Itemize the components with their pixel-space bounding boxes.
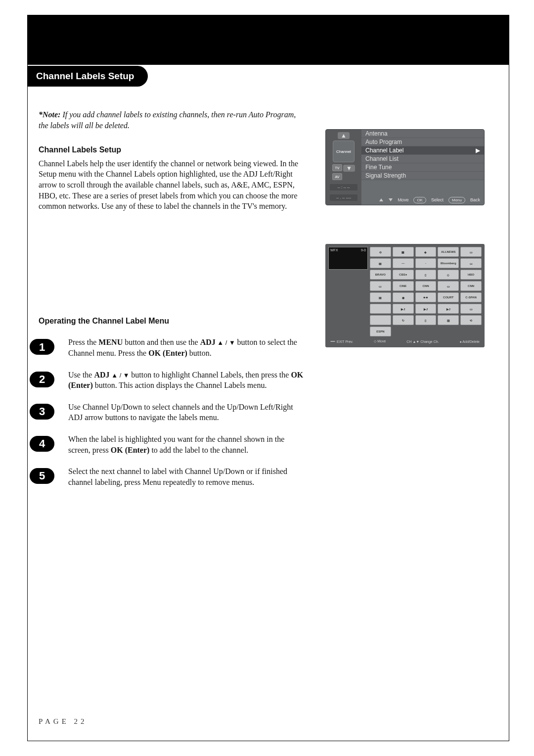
up-triangle-icon: [379, 198, 383, 201]
osd-row-label: Signal Strength: [365, 172, 406, 179]
step-chip: 3: [30, 404, 54, 420]
t: ADJ: [94, 371, 109, 379]
logo-cell: ▤: [370, 258, 391, 268]
osd-menu-screenshot: ▲ Channel TV ▼ AV -- : -- -- -: [325, 129, 485, 205]
logo-cell: ·: [415, 258, 437, 268]
osd-status-time: -- : -- --: [330, 184, 357, 190]
t: OK (Enter): [148, 349, 187, 357]
logo-cell: ⟲: [460, 315, 482, 325]
osd-left-panel: ▲ Channel TV ▼ AV -- : -- -- -: [326, 130, 361, 205]
channel-category-icon: Channel: [333, 141, 355, 162]
logo-cell: COURT: [438, 292, 459, 302]
logo-cell: CINE: [393, 281, 414, 291]
grid-footer-hints: EXIT Prev. ◇ Move CH ▲▼ Change Ch. ● Add…: [328, 338, 482, 344]
step-chip: 2: [30, 372, 54, 387]
logo-cell: Bloomberg: [438, 258, 459, 268]
osd-status-date: -- . -- ----: [330, 194, 357, 201]
step-chip: 1: [30, 339, 54, 355]
step-2: 2 Use the ADJ ▲ / ▼ button to highlight …: [39, 370, 306, 391]
logo-cell: ▦: [393, 247, 414, 257]
preview-right-text: 9-0: [361, 248, 366, 252]
step-text: Use the ADJ ▲ / ▼ button to highlight Ch…: [68, 370, 306, 391]
t: OK (Enter): [111, 446, 150, 454]
logo-cell: [370, 304, 391, 314]
left-column: *Note: If you add channel labels to exis…: [39, 109, 306, 498]
logo-cell: ▭: [460, 258, 482, 268]
step-text: Select the next channel to label with Ch…: [68, 466, 306, 487]
osd-row-label: Channel Label: [365, 147, 403, 154]
osd-row-channel-label: Channel Label▶: [361, 146, 484, 155]
osd-row-signal-strength: Signal Strength: [361, 172, 484, 180]
hint-select: Select: [431, 197, 444, 202]
step-text: Press the MENU button and then use the A…: [68, 337, 306, 358]
osd-row-label: Channel List: [365, 155, 399, 162]
hint-add-delete: ● Add/Delete: [460, 339, 480, 343]
osd-row-label: Fine Tune: [365, 164, 392, 171]
logo-cell: ▭: [370, 281, 391, 291]
logo-cell: ◉: [393, 292, 414, 302]
step-text: When the label is highlighted you want f…: [68, 434, 306, 455]
section-heading: Channel Labels Setup: [39, 144, 306, 155]
t: button.: [187, 349, 212, 357]
page-title-pill: Channel Labels Setup: [27, 66, 148, 87]
step-chip: 5: [30, 468, 54, 484]
manual-page: Channel Labels Setup *Note: If you add c…: [27, 15, 509, 741]
logo-grid: ⊖▦◈ALLNEWS▭▤—·Bloomberg▭BRAVOCBS●▯◇HBO▭C…: [370, 247, 482, 336]
logo-cell: ▶J: [438, 304, 459, 314]
logo-cell: ◇: [438, 270, 459, 280]
logo-cell: ▭: [438, 281, 459, 291]
hint-ok: OK: [413, 197, 426, 203]
operating-heading: Operating the Channel Label Menu: [39, 316, 306, 327]
osd-row-label: Auto Program: [365, 139, 402, 145]
channel-label-grid-screenshot: WFX 9-0 ⊖▦◈ALLNEWS▭▤—·Bloomberg▭BRAVOCBS…: [325, 244, 485, 347]
arrow-icon: ▲ / ▼: [110, 372, 132, 379]
t: MENU: [98, 338, 123, 346]
section-body: Channel Labels help the user identify th…: [39, 158, 306, 212]
up-arrow-icon: ▲: [338, 132, 350, 139]
step-4: 4 When the label is highlighted you want…: [39, 434, 306, 455]
step-1: 1 Press the MENU button and then use the…: [39, 337, 306, 358]
hint-move: Move: [398, 197, 408, 202]
t: button. This action displays the Channel…: [93, 381, 267, 389]
down-arrow-icon: ▼: [343, 165, 355, 172]
logo-cell: CNN: [460, 281, 482, 291]
logo-cell: HBO: [460, 270, 482, 280]
note-block: *Note: If you add channel labels to exis…: [39, 109, 306, 131]
logo-cell: ⊖: [370, 247, 391, 257]
logo-cell: BRAVO: [370, 270, 391, 280]
osd-row-channel-list: Channel List: [361, 155, 484, 163]
step-text: Use Channel Up/Down to select channels a…: [68, 402, 306, 423]
note-label: *Note:: [39, 110, 60, 119]
logo-cell: ▶J: [415, 304, 437, 314]
preview-box: WFX 9-0: [328, 247, 368, 270]
logo-cell: ↻: [393, 315, 414, 325]
t: ADJ: [200, 338, 216, 346]
logo-cell: ▶J: [393, 304, 414, 314]
down-triangle-icon: [389, 198, 393, 201]
note-text: If you add channel labels to existing ch…: [39, 110, 296, 130]
osd-row-antenna: Antenna: [361, 130, 484, 138]
t: Use the: [68, 371, 94, 379]
arrow-icon: ▲ / ▼: [216, 339, 237, 346]
logo-cell: CNN: [415, 281, 437, 291]
logo-cell: C-SPAN: [460, 292, 482, 302]
t: to add the label to the channel.: [149, 446, 248, 454]
osd-footer-hints: Move OK Select Menu Back: [361, 195, 484, 205]
logo-cell: CBS●: [393, 270, 414, 280]
av-icon: AV: [332, 173, 342, 180]
logo-cell: —: [393, 258, 414, 268]
exit-icon: [330, 341, 335, 342]
t: Press the: [68, 338, 98, 346]
hint-change-ch: CH ▲▼ Change Ch.: [406, 339, 439, 343]
logo-cell: ▥: [438, 315, 459, 325]
logo-cell: ▭: [460, 304, 482, 314]
right-column: ▲ Channel TV ▼ AV -- : -- -- -: [325, 109, 491, 498]
logo-cell: ESPN: [370, 327, 391, 336]
osd-row-label: Antenna: [365, 130, 388, 137]
logo-cell: [370, 315, 391, 325]
logo-cell: ▯: [415, 270, 437, 280]
tv-icon: TV: [332, 164, 342, 171]
step-5: 5 Select the next channel to label with …: [39, 466, 306, 487]
step-chip: 4: [30, 436, 54, 452]
hint-menu: Menu: [448, 197, 465, 203]
